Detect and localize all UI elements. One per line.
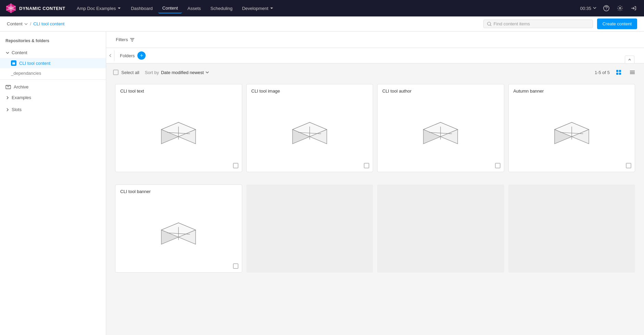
sidebar-item-archive[interactable]: Archive — [0, 81, 106, 92]
filter-icon — [130, 37, 135, 42]
sort-dropdown-icon — [205, 70, 209, 74]
nav-scheduling[interactable]: Scheduling — [206, 4, 236, 13]
search-input[interactable] — [494, 21, 589, 26]
collapse-panel-button[interactable] — [106, 50, 114, 61]
search-icon — [487, 22, 492, 26]
content-grid-row2: CLI tool banner — [106, 182, 644, 282]
nav-project[interactable]: Amp Doc Examples — [73, 4, 125, 13]
sidebar-section-content-label: Content — [12, 50, 27, 55]
scroll-top-button[interactable] — [625, 56, 634, 64]
sort-select[interactable]: Date modified newest — [161, 70, 209, 75]
nav-dashboard[interactable]: Dashboard — [127, 4, 157, 13]
content-card-2[interactable]: CLI tool author — [377, 84, 504, 172]
empty-cell-1 — [246, 184, 373, 273]
sidebar-section-slots: Slots — [0, 104, 106, 115]
sidebar-item-dependancies[interactable]: _dependancies — [0, 68, 106, 78]
sidebar-section-content-header[interactable]: Content — [0, 47, 106, 58]
item-count: 1-5 of 5 — [595, 70, 610, 75]
content-card-1[interactable]: CLI tool image — [246, 84, 373, 172]
empty-cell-3 — [508, 184, 635, 273]
app-title: DYNAMIC CONTENT — [19, 6, 65, 11]
logout-icon[interactable] — [629, 3, 639, 13]
svg-rect-14 — [616, 73, 618, 75]
search-bar[interactable] — [483, 20, 593, 28]
main-layout: Repositories & folders Content CLI tool … — [0, 32, 644, 335]
content-icon-3 — [544, 115, 599, 149]
add-folder-button[interactable]: + — [137, 51, 146, 60]
content-card-3[interactable]: Autumn banner — [508, 84, 635, 172]
svg-rect-12 — [616, 70, 618, 72]
toolbar-right: 1-5 of 5 — [595, 68, 637, 77]
breadcrumb: Content / CLI tool content — [7, 21, 64, 26]
session-timer: 00:35 — [580, 6, 597, 11]
card-checkbox-0[interactable] — [233, 163, 238, 168]
content-card-0[interactable]: CLI tool text — [115, 84, 242, 172]
nav-items: Amp Doc Examples Dashboard Content Asset… — [73, 3, 574, 13]
chevron-right-icon — [5, 96, 10, 100]
content-icon-0 — [151, 115, 206, 149]
sort-by: Sort by Date modified newest — [145, 70, 209, 75]
folders-label: Folders — [120, 53, 135, 58]
sidebar-item-cli-tool-content[interactable]: CLI tool content — [0, 58, 106, 68]
nav-right: 00:35 — [580, 3, 639, 13]
card-title-0: CLI tool text — [115, 84, 242, 96]
chevron-right-icon-2 — [5, 108, 10, 112]
create-content-button[interactable]: Create content — [597, 19, 637, 29]
content-icon-4 — [151, 216, 206, 250]
sidebar-section-slots-header[interactable]: Slots — [0, 104, 106, 115]
content-toolbar: Select all Sort by Date modified newest … — [106, 63, 644, 81]
list-view-button[interactable] — [628, 68, 637, 77]
card-thumbnail-2 — [377, 96, 504, 172]
card-thumbnail-1 — [247, 96, 373, 172]
content-card-4[interactable]: CLI tool banner — [115, 184, 242, 273]
svg-rect-15 — [619, 73, 621, 75]
grid-view-button[interactable] — [614, 68, 623, 77]
svg-point-6 — [619, 8, 621, 9]
content-grid: CLI tool text — [106, 81, 644, 182]
breadcrumb-current[interactable]: CLI tool content — [33, 21, 64, 26]
content-icon-2 — [413, 115, 468, 149]
breadcrumb-content[interactable]: Content — [7, 21, 28, 26]
nav-development[interactable]: Development — [238, 4, 278, 13]
sidebar: Repositories & folders Content CLI tool … — [0, 32, 106, 335]
select-all-label[interactable]: Select all — [113, 70, 139, 75]
card-checkbox-4[interactable] — [233, 263, 238, 269]
card-title-3: Autumn banner — [509, 84, 635, 96]
app-logo[interactable]: DYNAMIC CONTENT — [5, 3, 67, 14]
svg-point-8 — [487, 22, 491, 25]
toolbar-left: Select all Sort by Date modified newest — [113, 70, 209, 75]
card-checkbox-2[interactable] — [495, 163, 500, 168]
archive-icon — [5, 84, 11, 89]
nav-content[interactable]: Content — [158, 3, 182, 13]
content-icon-1 — [282, 115, 337, 149]
card-thumbnail-4 — [115, 197, 242, 272]
settings-icon[interactable] — [615, 3, 625, 13]
sidebar-section-examples-header[interactable]: Examples — [0, 92, 106, 103]
help-icon[interactable] — [602, 3, 611, 13]
sidebar-section-content: Content CLI tool content _dependancies — [0, 47, 106, 78]
nav-assets[interactable]: Assets — [183, 4, 205, 13]
card-title-4: CLI tool banner — [115, 185, 242, 197]
chevron-down-icon — [5, 51, 10, 55]
folders-content: Folders + — [114, 48, 641, 63]
empty-cell-2 — [377, 184, 504, 273]
card-checkbox-1[interactable] — [364, 163, 369, 168]
card-checkbox-3[interactable] — [626, 163, 631, 168]
folders-bar: Folders + — [106, 48, 644, 63]
card-title-2: CLI tool author — [377, 84, 504, 96]
sidebar-section-examples: Examples — [0, 92, 106, 103]
folder-icon — [11, 60, 16, 66]
svg-line-9 — [490, 25, 491, 26]
card-thumbnail-3 — [509, 96, 635, 172]
filters-button[interactable]: Filters — [113, 36, 137, 44]
select-all-checkbox[interactable] — [113, 70, 119, 75]
svg-rect-13 — [619, 70, 621, 72]
card-title-1: CLI tool image — [247, 84, 373, 96]
svg-rect-10 — [12, 62, 15, 64]
sidebar-title: Repositories & folders — [0, 37, 106, 47]
filter-bar: Filters — [106, 32, 644, 48]
divider-1 — [0, 80, 106, 80]
top-navigation: DYNAMIC CONTENT Amp Doc Examples Dashboa… — [0, 0, 644, 16]
breadcrumb-separator: / — [30, 21, 32, 26]
card-thumbnail-0 — [115, 96, 242, 172]
